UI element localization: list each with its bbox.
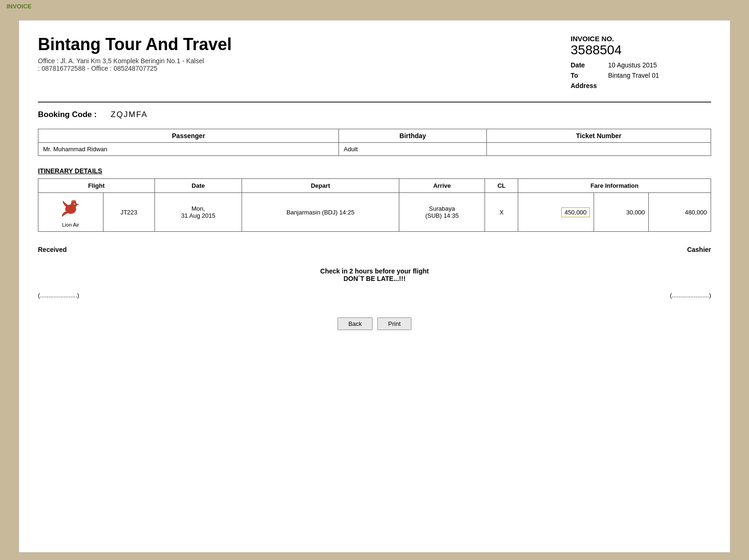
passenger-col-header: Passenger <box>38 129 339 143</box>
received-label: Received <box>38 246 66 253</box>
company-info: Bintang Tour And Travel Office : Jl. A. … <box>38 35 232 72</box>
signature-section: (......................) (..............… <box>38 292 711 299</box>
footer-section: Received Cashier <box>38 246 711 253</box>
ticket-col-header: Ticket Number <box>487 129 711 143</box>
title-bar: INVOICE <box>0 0 749 13</box>
itinerary-table: Flight Date Depart Arrive CL Fare Inform… <box>38 178 711 232</box>
print-button[interactable]: Print <box>377 317 411 330</box>
fare2-cell: 30,000 <box>594 193 649 232</box>
flight-no-cell: JT223 <box>103 193 154 232</box>
sig-right: (......................) <box>670 292 711 299</box>
meta-row-to: To Bintang Travel 01 <box>571 72 711 79</box>
header-section: Bintang Tour And Travel Office : Jl. A. … <box>38 35 711 92</box>
fare1-value: 450,000 <box>561 207 590 217</box>
fare1-cell: 450,000 <box>518 193 594 232</box>
passenger-cell-1: Adult <box>339 143 487 156</box>
date-col-header: Date <box>154 179 242 193</box>
svg-point-1 <box>71 201 77 207</box>
arrive-col-header: Arrive <box>399 179 485 193</box>
cashier-label: Cashier <box>687 246 711 253</box>
passenger-row: Mr. Muhammad RidwanAdult <box>38 143 711 156</box>
cl-col-header: CL <box>485 179 518 193</box>
company-name: Bintang Tour And Travel <box>38 35 232 54</box>
notice-section: Check in 2 hours before your flight DON´… <box>38 267 711 282</box>
notice-line1: Check in 2 hours before your flight <box>38 267 711 275</box>
passenger-table-header-row: Passenger Birthday Ticket Number <box>38 129 711 143</box>
notice-line2: DON´T BE LATE...!!! <box>38 275 711 282</box>
company-address-line2: : 087816772588 - Office : 085248707725 <box>38 65 232 72</box>
booking-code-section: Booking Code : ZQJMFA <box>38 110 711 119</box>
birthday-col-header: Birthday <box>339 129 487 143</box>
meta-row-date: Date 10 Agustus 2015 <box>571 61 711 69</box>
header-divider <box>38 102 711 103</box>
address-label: Address <box>571 82 599 89</box>
depart-col-header: Depart <box>242 179 399 193</box>
date-cell: Mon, 31 Aug 2015 <box>154 193 242 232</box>
airline-logo-cell: Lion Air <box>38 193 103 232</box>
depart-cell: Banjarmasin (BDJ) 14:25 <box>242 193 399 232</box>
fare-col-header: Fare Information <box>518 179 711 193</box>
buttons-section: Back Print <box>38 317 711 330</box>
invoice-meta: INVOICE NO. 3588504 Date 10 Agustus 2015… <box>571 35 711 92</box>
title-bar-label: INVOICE <box>7 3 31 10</box>
arrive-cell: Surabaya (SUB) 14:35 <box>399 193 485 232</box>
date-label: Date <box>571 61 599 69</box>
date-value: 10 Agustus 2015 <box>608 61 657 69</box>
lion-air-icon <box>59 197 82 220</box>
flight-col-header: Flight <box>38 179 155 193</box>
itinerary-header-row: Flight Date Depart Arrive CL Fare Inform… <box>38 179 711 193</box>
cl-cell: X <box>485 193 518 232</box>
airline-name: Lion Air <box>62 222 80 228</box>
passenger-table: Passenger Birthday Ticket Number Mr. Muh… <box>38 129 711 156</box>
booking-code-label: Booking Code : <box>38 110 97 119</box>
meta-row-address: Address <box>571 82 711 89</box>
invoice-no-value: 3588504 <box>571 43 711 58</box>
sig-left: (......................) <box>38 292 79 299</box>
invoice-container: Bintang Tour And Travel Office : Jl. A. … <box>19 20 730 553</box>
passenger-cell-2 <box>487 143 711 156</box>
svg-point-4 <box>74 204 75 205</box>
itinerary-row: Lion Air JT223Mon, 31 Aug 2015Banjarmasi… <box>38 193 711 232</box>
to-value: Bintang Travel 01 <box>608 72 659 79</box>
booking-code-value: ZQJMFA <box>111 110 148 119</box>
to-label: To <box>571 72 599 79</box>
itinerary-label: ITINERARY DETAILS <box>38 167 711 175</box>
passenger-cell-0: Mr. Muhammad Ridwan <box>38 143 339 156</box>
airline-logo-group: Lion Air <box>42 197 99 228</box>
invoice-no-label: INVOICE NO. <box>571 35 711 43</box>
back-button[interactable]: Back <box>338 317 373 330</box>
company-address-line1: Office : Jl. A. Yani Km 3,5 Komplek Beri… <box>38 57 232 65</box>
svg-marker-2 <box>76 204 80 206</box>
fare3-cell: 480,000 <box>649 193 711 232</box>
